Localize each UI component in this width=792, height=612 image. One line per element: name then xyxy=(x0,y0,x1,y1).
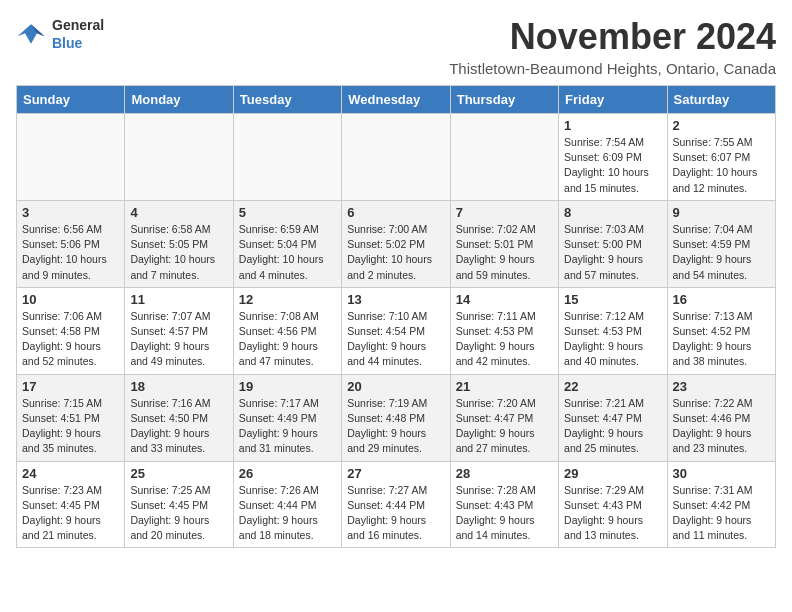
day-info: Sunrise: 7:16 AM Sunset: 4:50 PM Dayligh… xyxy=(130,396,227,457)
calendar-day-cell: 26Sunrise: 7:26 AM Sunset: 4:44 PM Dayli… xyxy=(233,461,341,548)
header: General Blue November 2024 Thistletown-B… xyxy=(16,16,776,77)
day-number: 7 xyxy=(456,205,553,220)
day-number: 24 xyxy=(22,466,119,481)
day-number: 2 xyxy=(673,118,770,133)
day-number: 14 xyxy=(456,292,553,307)
day-number: 12 xyxy=(239,292,336,307)
day-number: 20 xyxy=(347,379,444,394)
calendar-day-cell xyxy=(17,114,125,201)
weekday-header-wednesday: Wednesday xyxy=(342,86,450,114)
day-number: 26 xyxy=(239,466,336,481)
day-number: 30 xyxy=(673,466,770,481)
calendar-day-cell: 25Sunrise: 7:25 AM Sunset: 4:45 PM Dayli… xyxy=(125,461,233,548)
day-number: 22 xyxy=(564,379,661,394)
day-number: 8 xyxy=(564,205,661,220)
day-info: Sunrise: 7:27 AM Sunset: 4:44 PM Dayligh… xyxy=(347,483,444,544)
calendar-day-cell: 3Sunrise: 6:56 AM Sunset: 5:06 PM Daylig… xyxy=(17,200,125,287)
day-number: 19 xyxy=(239,379,336,394)
day-info: Sunrise: 7:00 AM Sunset: 5:02 PM Dayligh… xyxy=(347,222,444,283)
day-number: 3 xyxy=(22,205,119,220)
calendar-day-cell: 15Sunrise: 7:12 AM Sunset: 4:53 PM Dayli… xyxy=(559,287,667,374)
day-number: 27 xyxy=(347,466,444,481)
calendar-day-cell: 14Sunrise: 7:11 AM Sunset: 4:53 PM Dayli… xyxy=(450,287,558,374)
day-info: Sunrise: 7:06 AM Sunset: 4:58 PM Dayligh… xyxy=(22,309,119,370)
calendar-day-cell: 23Sunrise: 7:22 AM Sunset: 4:46 PM Dayli… xyxy=(667,374,775,461)
calendar-day-cell xyxy=(342,114,450,201)
weekday-header-saturday: Saturday xyxy=(667,86,775,114)
day-info: Sunrise: 7:10 AM Sunset: 4:54 PM Dayligh… xyxy=(347,309,444,370)
day-number: 4 xyxy=(130,205,227,220)
logo-blue: Blue xyxy=(52,35,82,51)
calendar-day-cell: 12Sunrise: 7:08 AM Sunset: 4:56 PM Dayli… xyxy=(233,287,341,374)
day-info: Sunrise: 7:29 AM Sunset: 4:43 PM Dayligh… xyxy=(564,483,661,544)
day-info: Sunrise: 7:13 AM Sunset: 4:52 PM Dayligh… xyxy=(673,309,770,370)
calendar-day-cell: 4Sunrise: 6:58 AM Sunset: 5:05 PM Daylig… xyxy=(125,200,233,287)
calendar-day-cell: 6Sunrise: 7:00 AM Sunset: 5:02 PM Daylig… xyxy=(342,200,450,287)
calendar-day-cell: 8Sunrise: 7:03 AM Sunset: 5:00 PM Daylig… xyxy=(559,200,667,287)
day-number: 10 xyxy=(22,292,119,307)
title-area: November 2024 Thistletown-Beaumond Heigh… xyxy=(449,16,776,77)
calendar-day-cell: 13Sunrise: 7:10 AM Sunset: 4:54 PM Dayli… xyxy=(342,287,450,374)
day-info: Sunrise: 7:22 AM Sunset: 4:46 PM Dayligh… xyxy=(673,396,770,457)
weekday-header-row: SundayMondayTuesdayWednesdayThursdayFrid… xyxy=(17,86,776,114)
calendar-day-cell: 24Sunrise: 7:23 AM Sunset: 4:45 PM Dayli… xyxy=(17,461,125,548)
day-info: Sunrise: 7:15 AM Sunset: 4:51 PM Dayligh… xyxy=(22,396,119,457)
day-info: Sunrise: 7:25 AM Sunset: 4:45 PM Dayligh… xyxy=(130,483,227,544)
day-info: Sunrise: 7:55 AM Sunset: 6:07 PM Dayligh… xyxy=(673,135,770,196)
calendar-day-cell xyxy=(450,114,558,201)
calendar-week-row: 10Sunrise: 7:06 AM Sunset: 4:58 PM Dayli… xyxy=(17,287,776,374)
day-info: Sunrise: 7:21 AM Sunset: 4:47 PM Dayligh… xyxy=(564,396,661,457)
calendar-day-cell: 29Sunrise: 7:29 AM Sunset: 4:43 PM Dayli… xyxy=(559,461,667,548)
calendar-day-cell: 20Sunrise: 7:19 AM Sunset: 4:48 PM Dayli… xyxy=(342,374,450,461)
day-info: Sunrise: 7:26 AM Sunset: 4:44 PM Dayligh… xyxy=(239,483,336,544)
day-number: 21 xyxy=(456,379,553,394)
calendar-week-row: 17Sunrise: 7:15 AM Sunset: 4:51 PM Dayli… xyxy=(17,374,776,461)
logo-bird-icon xyxy=(16,22,46,46)
day-number: 28 xyxy=(456,466,553,481)
day-info: Sunrise: 7:19 AM Sunset: 4:48 PM Dayligh… xyxy=(347,396,444,457)
calendar-day-cell: 19Sunrise: 7:17 AM Sunset: 4:49 PM Dayli… xyxy=(233,374,341,461)
weekday-header-monday: Monday xyxy=(125,86,233,114)
day-info: Sunrise: 7:20 AM Sunset: 4:47 PM Dayligh… xyxy=(456,396,553,457)
day-info: Sunrise: 6:58 AM Sunset: 5:05 PM Dayligh… xyxy=(130,222,227,283)
calendar-day-cell: 7Sunrise: 7:02 AM Sunset: 5:01 PM Daylig… xyxy=(450,200,558,287)
calendar-day-cell: 18Sunrise: 7:16 AM Sunset: 4:50 PM Dayli… xyxy=(125,374,233,461)
weekday-header-thursday: Thursday xyxy=(450,86,558,114)
calendar-day-cell: 21Sunrise: 7:20 AM Sunset: 4:47 PM Dayli… xyxy=(450,374,558,461)
day-number: 6 xyxy=(347,205,444,220)
calendar-day-cell: 10Sunrise: 7:06 AM Sunset: 4:58 PM Dayli… xyxy=(17,287,125,374)
calendar-day-cell: 27Sunrise: 7:27 AM Sunset: 4:44 PM Dayli… xyxy=(342,461,450,548)
day-info: Sunrise: 7:03 AM Sunset: 5:00 PM Dayligh… xyxy=(564,222,661,283)
day-number: 23 xyxy=(673,379,770,394)
day-info: Sunrise: 6:56 AM Sunset: 5:06 PM Dayligh… xyxy=(22,222,119,283)
day-number: 17 xyxy=(22,379,119,394)
calendar-day-cell: 2Sunrise: 7:55 AM Sunset: 6:07 PM Daylig… xyxy=(667,114,775,201)
day-number: 11 xyxy=(130,292,227,307)
day-info: Sunrise: 7:04 AM Sunset: 4:59 PM Dayligh… xyxy=(673,222,770,283)
calendar-week-row: 24Sunrise: 7:23 AM Sunset: 4:45 PM Dayli… xyxy=(17,461,776,548)
day-info: Sunrise: 7:54 AM Sunset: 6:09 PM Dayligh… xyxy=(564,135,661,196)
day-info: Sunrise: 7:28 AM Sunset: 4:43 PM Dayligh… xyxy=(456,483,553,544)
day-number: 25 xyxy=(130,466,227,481)
day-number: 18 xyxy=(130,379,227,394)
calendar-day-cell: 22Sunrise: 7:21 AM Sunset: 4:47 PM Dayli… xyxy=(559,374,667,461)
day-info: Sunrise: 6:59 AM Sunset: 5:04 PM Dayligh… xyxy=(239,222,336,283)
calendar-day-cell: 30Sunrise: 7:31 AM Sunset: 4:42 PM Dayli… xyxy=(667,461,775,548)
day-number: 15 xyxy=(564,292,661,307)
day-info: Sunrise: 7:31 AM Sunset: 4:42 PM Dayligh… xyxy=(673,483,770,544)
day-info: Sunrise: 7:23 AM Sunset: 4:45 PM Dayligh… xyxy=(22,483,119,544)
calendar-day-cell: 1Sunrise: 7:54 AM Sunset: 6:09 PM Daylig… xyxy=(559,114,667,201)
day-number: 16 xyxy=(673,292,770,307)
weekday-header-tuesday: Tuesday xyxy=(233,86,341,114)
calendar-day-cell: 11Sunrise: 7:07 AM Sunset: 4:57 PM Dayli… xyxy=(125,287,233,374)
day-number: 29 xyxy=(564,466,661,481)
calendar-table: SundayMondayTuesdayWednesdayThursdayFrid… xyxy=(16,85,776,548)
weekday-header-sunday: Sunday xyxy=(17,86,125,114)
calendar-day-cell: 16Sunrise: 7:13 AM Sunset: 4:52 PM Dayli… xyxy=(667,287,775,374)
logo-text: General Blue xyxy=(52,16,104,52)
calendar-day-cell: 5Sunrise: 6:59 AM Sunset: 5:04 PM Daylig… xyxy=(233,200,341,287)
day-number: 9 xyxy=(673,205,770,220)
calendar-day-cell xyxy=(233,114,341,201)
logo: General Blue xyxy=(16,16,104,52)
day-info: Sunrise: 7:17 AM Sunset: 4:49 PM Dayligh… xyxy=(239,396,336,457)
